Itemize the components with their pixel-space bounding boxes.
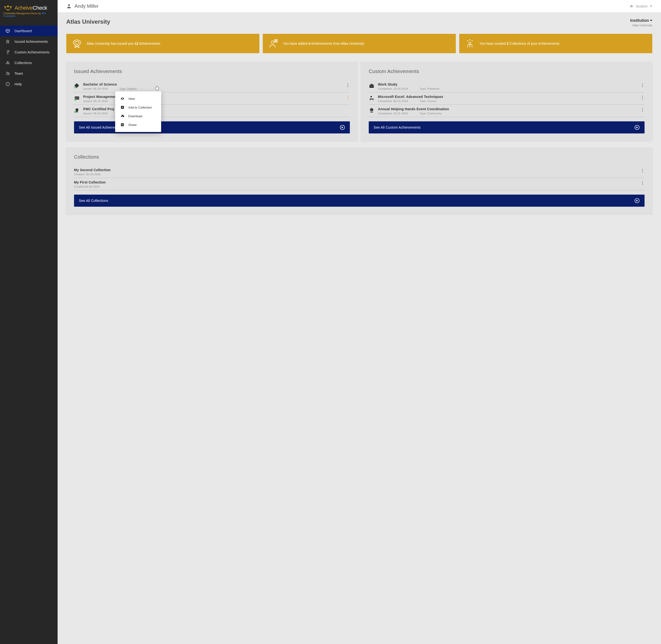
ctx-add[interactable]: Add to Collection [115, 103, 161, 112]
nav: Dashboard Issued Achievements Custom Ach… [0, 26, 58, 89]
svg-rect-45 [121, 123, 124, 126]
item-type: Type: Fieldwork [420, 87, 440, 90]
svg-marker-24 [75, 41, 79, 45]
achievement-item: Annual Helping Hands Event Coordination … [369, 105, 644, 117]
logo-icon [3, 4, 13, 12]
more-button[interactable] [640, 180, 644, 188]
briefcase-icon [369, 83, 375, 89]
cursor-icon [155, 86, 159, 90]
svg-marker-0 [4, 6, 6, 8]
nav-label: Issued Achievements [15, 40, 48, 44]
svg-marker-32 [471, 40, 473, 41]
arrow-right-icon [340, 125, 345, 130]
context-menu: View Add to Collection Download Sha [115, 91, 161, 132]
nav-label: Collections [15, 61, 32, 65]
institution-name: Atlas University [630, 24, 652, 27]
badge-icon [72, 38, 82, 49]
item-date: Issued: 09-12-2016 [83, 99, 108, 102]
svg-rect-52 [371, 84, 372, 85]
more-button[interactable] [640, 107, 644, 115]
item-title: Annual Helping Hands Event Coordination [378, 107, 637, 111]
user-icon [66, 4, 72, 9]
stat-text: You have curated 2 Collections of your A… [480, 41, 559, 46]
panel-title: Collections [74, 154, 644, 160]
certificate-icon [74, 95, 80, 101]
nav-item-dashboard[interactable]: Dashboard [0, 26, 58, 36]
topbar: Andy Miller Student [58, 0, 661, 13]
nav-item-help[interactable]: i Help [0, 79, 58, 89]
stat-card-curated: You have curated 2 Collections of your A… [459, 34, 652, 53]
ctx-view[interactable]: View [115, 94, 161, 103]
arrow-right-icon [634, 125, 640, 130]
sidebar: AcheiveCheck Credentials Management Demo… [0, 0, 58, 644]
chevron-down-icon [650, 20, 652, 21]
plus-square-icon [120, 106, 124, 109]
item-date: Completed: 10-31-2014 [378, 112, 408, 115]
svg-point-28 [469, 42, 471, 44]
svg-marker-2 [10, 6, 12, 8]
item-date: Issued: 08-18-2015 [83, 112, 108, 115]
issued-panel: Issued Achievements Bachelor of Science … [66, 62, 358, 141]
svg-line-13 [7, 62, 8, 63]
arrow-right-icon [634, 198, 640, 203]
ctx-download[interactable]: Download [115, 112, 161, 120]
ctx-share[interactable]: Share [115, 120, 161, 129]
person-star-icon [268, 38, 279, 49]
chevron-down-icon [650, 5, 652, 7]
medal-icon [74, 108, 80, 113]
globe-hand-icon [369, 108, 375, 113]
item-title: Microsoft Excel: Advanced Techniques [378, 95, 637, 99]
panel-title: Issued Achievements [74, 69, 350, 74]
svg-marker-22 [650, 20, 652, 21]
svg-point-54 [370, 96, 372, 97]
nav-item-collections[interactable]: Collections [0, 58, 58, 68]
team-icon [5, 71, 10, 76]
role-label: Student [636, 4, 647, 8]
svg-rect-55 [370, 99, 374, 99]
collection-item: My Second Collection Created: 05-20-2020 [74, 166, 644, 178]
more-button[interactable] [346, 83, 350, 90]
svg-marker-31 [469, 39, 470, 41]
ribbon-icon [5, 39, 10, 44]
custom-panel: Custom Achievements Work Study Completed… [361, 62, 652, 141]
nav-item-issued[interactable]: Issued Achievements [0, 36, 58, 47]
achievement-item: Work Study Completed: 10-20-2019 Type: F… [369, 80, 644, 92]
svg-point-9 [8, 50, 9, 51]
trophy-icon [5, 50, 10, 55]
svg-point-15 [6, 72, 8, 73]
collection-meta: Created:05-05-2020 [74, 185, 640, 188]
see-all-custom-button[interactable]: See All Custom Achievements [369, 121, 644, 134]
role-dropdown[interactable]: Student [630, 4, 652, 8]
nav-label: Help [15, 82, 22, 86]
item-type: Type: Degree [119, 87, 137, 90]
logo-subtitle: Credentials Management Demo by IMS Found… [3, 12, 54, 17]
diploma-icon [74, 83, 80, 89]
more-button[interactable] [640, 83, 644, 90]
svg-rect-51 [370, 85, 374, 88]
nav-label: Custom Achievements [15, 50, 50, 54]
svg-point-16 [8, 72, 9, 73]
collection-icon [5, 61, 10, 65]
stat-text: Atlas University has issued you 12 Achie… [87, 41, 160, 46]
see-all-collections-button[interactable]: See All Collections [74, 194, 644, 207]
institution-dropdown[interactable]: Institution [630, 18, 652, 23]
nav-item-team[interactable]: Team [0, 68, 58, 79]
more-button[interactable] [640, 95, 644, 102]
collection-item: My First Collection Created:05-05-2020 [74, 178, 644, 190]
more-button[interactable] [346, 95, 350, 102]
svg-marker-30 [467, 40, 468, 41]
more-button[interactable] [640, 168, 644, 176]
eye-icon [120, 97, 124, 100]
logo-text: AcheiveCheck [15, 5, 47, 11]
stats-row: Atlas University has issued you 12 Achie… [66, 34, 652, 53]
grad-cap-icon [630, 5, 634, 8]
svg-point-38 [75, 108, 79, 111]
svg-marker-21 [650, 5, 652, 7]
user-name: Andy Miller [74, 3, 98, 9]
item-title: Bachelor of Science [83, 83, 342, 86]
nav-item-custom[interactable]: Custom Achievements [0, 47, 58, 58]
svg-point-25 [271, 41, 274, 44]
collections-panel: Collections My Second Collection Created… [66, 147, 652, 214]
achievement-item: Microsoft Excel: Advanced Techniques Com… [369, 92, 644, 105]
desk-icon [369, 95, 375, 101]
